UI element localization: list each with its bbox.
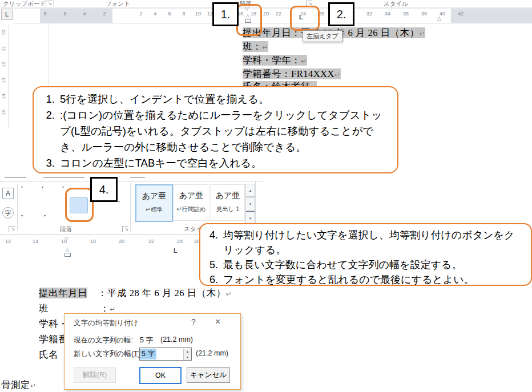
left-indent-icon[interactable] [245,19,251,23]
note-1-list: 5行を選択し、インデントで位置を揃える。:(コロン)の位置を揃えるためにルーラー… [42,91,392,171]
line-spacing-button[interactable]: ▾ [118,199,120,203]
borders-button[interactable]: ▾ [43,213,46,217]
horizontal-ruler-top[interactable]: 86422468101216182022242630323436384042 [14,8,532,23]
new-width-value: 5 字 [140,349,156,359]
horizontal-ruler-bottom[interactable]: 1214161820222426 [0,236,200,259]
style-card-3[interactable]: あア亜見出し 1 [211,184,245,221]
ruler-number[interactable]: 32 [366,11,372,17]
ruler-number[interactable]: 8 [182,11,185,17]
ruler-number[interactable]: 14 [33,239,38,244]
ruler-number[interactable]: 10 [195,11,201,17]
ruler-number[interactable]: 12 [5,239,11,244]
doc-line-department[interactable]: 学科・学年：↵ [243,54,307,67]
style-name: ↵行間詰め [174,205,209,213]
highlight-ring-distribute [65,188,94,222]
ruler-number[interactable]: 2 [103,11,106,17]
style-card-1[interactable]: あア亜↵標準 [135,184,173,222]
spin-down-icon[interactable]: ▾ [184,354,191,360]
style-card-2[interactable]: あア亜↵行間詰め [173,184,209,221]
clipped-tab-fragment [43,177,84,178]
ruler-number[interactable]: 22 [148,239,154,244]
hanging-indent-icon-2[interactable]: △ [64,248,71,257]
right-indent-icon[interactable]: △ [437,16,441,21]
tab-stop-icon-2[interactable]: L [174,247,178,254]
doc-line-date-2[interactable]: 提出年月日：平成 28 年 6 月 26 日（木）↵ [39,287,232,300]
ruler-number[interactable]: 24 [177,239,183,244]
ruler-number[interactable]: 6 [63,11,66,17]
dialog-close-icon[interactable]: × [215,317,220,327]
dialog-help-icon[interactable]: ? [191,317,196,326]
pilcrow-icon: ↵ [334,71,341,79]
new-width-mm: (21.2 mm) [196,349,228,357]
ruler-number[interactable]: 42 [458,11,464,17]
numbered-list-button[interactable]: ▾ [41,185,43,189]
enclose-characters-button[interactable]: A [2,188,14,199]
vertical-ruler-number: 10 [1,27,6,38]
font-dialog-launcher-icon[interactable]: ↘ [9,226,15,232]
vertical-ruler-number: 12 [1,59,6,70]
group-divider [17,184,18,231]
note-item: フォントを変更すると乱れるので最後にするとよい。 [221,272,524,287]
style-preview: あア亜 [174,191,209,201]
pilcrow-icon: ↵ [30,382,37,390]
shading-button[interactable]: ▾ [21,213,23,217]
ribbon2-top-border [0,181,265,181]
style-gallery-scroll: ▴ ▾ ▾ [245,184,255,225]
tab-stop-icon[interactable]: L [299,14,303,21]
ruler-number[interactable]: 38 [421,11,427,17]
ruler-number[interactable]: 8 [43,11,46,17]
note-2-list: 均等割り付けしたい文字を選択し、均等割り付けのボタンをクリックする。最も長い文字… [205,228,526,287]
spin-up-icon[interactable]: ▴ [184,349,191,354]
ruler-number[interactable]: 22 [276,11,281,17]
ribbon-bottom-border [0,7,532,7]
release-button[interactable]: 解除(R) [74,367,116,383]
paragraph-dialog-launcher-icon-2[interactable]: ↘ [122,226,128,232]
pilcrow-icon: ↵ [110,305,116,313]
vertical-ruler[interactable]: 101112131415 [0,25,9,128]
screenshot-root: クリップボード ↘ フォント 段落 ↘ スタイル L 8642246810121… [0,0,532,392]
note-item: コロンの左型にTABキーで空白を入れる。 [58,155,389,171]
tooltip-left-align-tab: 左揃えタブ [303,30,342,42]
ruler-number[interactable]: 4 [154,11,156,17]
doc-line-student-id[interactable]: 学籍番号：FR14XXX↵ [243,68,341,80]
cancel-button[interactable]: キャンセル [187,367,230,383]
group-label-paragraph-2: 段落 [60,225,72,233]
ruler-number[interactable]: 20 [263,11,269,17]
first-line-indent-icon-2[interactable]: ▽ [65,236,68,241]
ok-button[interactable]: OK [139,367,182,384]
ruler-number[interactable]: 4 [83,11,86,17]
gallery-scroll-down-icon[interactable]: ▾ [245,197,255,211]
note-item: 最も長い文字数に合わせて文字列の幅を設定する。 [221,257,524,272]
style-name: ↵標準 [136,206,172,214]
vertical-ruler-number: 15 [1,107,6,118]
annotation-note-1: 5行を選択し、インデントで位置を揃える。:(コロン)の位置を揃えるためにルーラー… [33,86,398,173]
current-width-value: 5 字 [140,336,153,345]
new-width-input[interactable]: 5 字 ▴ ▾ [139,347,192,361]
ruler-number[interactable]: 18 [90,239,96,244]
distribute-characters-dialog: 文字の均等割り付け ? × 現在の文字列の幅: 5 字 (21.2 mm) 新し… [64,313,241,390]
left-indent-icon-2[interactable] [65,253,71,257]
current-width-label: 現在の文字列の幅: [74,336,133,345]
style-name: 見出し 1 [211,205,244,213]
note-item: 均等割り付けしたい文字を選択し、均等割り付けのボタンをクリックする。 [221,228,524,257]
note-item: 5行を選択し、インデントで位置を揃える。 [58,91,389,107]
new-width-label: 新しい文字列の幅(T): [74,349,142,359]
callout-1: 1. [212,2,239,26]
page-boundary-line [48,23,49,87]
bullet-list-button[interactable]: ▾ [21,185,23,189]
clipboard-dialog-launcher-icon[interactable]: ↘ [46,1,52,7]
enclose-character-circle-button[interactable]: 字 [2,207,14,219]
ruler-number[interactable]: 2 [139,11,142,17]
multilevel-list-button[interactable]: ▾ [62,185,64,189]
ruler-number[interactable]: 6 [168,11,171,17]
ruler-number[interactable]: 36 [403,11,409,17]
first-line-indent-icon[interactable]: ▽ [245,6,249,11]
tab-selector-icon[interactable]: L [1,9,13,20]
ruler-number[interactable]: 34 [385,11,390,17]
spinner: ▴ ▾ [183,349,191,360]
doc-line-group[interactable]: 班：↵ [243,41,268,53]
gallery-scroll-up-icon[interactable]: ▴ [245,184,255,197]
ruler-number[interactable]: 20 [119,239,124,244]
hanging-indent-icon[interactable]: △ [244,14,251,23]
style-gallery: あア亜↵標準あア亜↵行間詰めあア亜見出し 1 [132,183,244,223]
